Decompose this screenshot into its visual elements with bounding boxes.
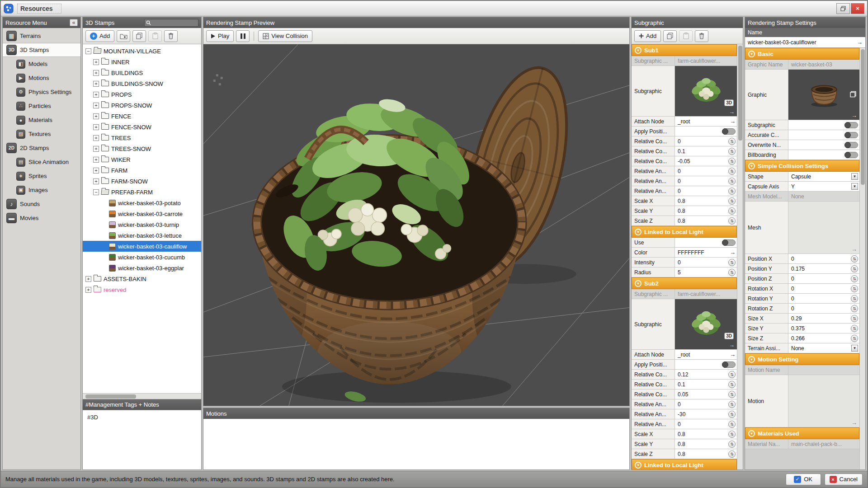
thumbnail-preview[interactable]: 3D→ xyxy=(675,66,737,116)
delete-subgraphic-button[interactable] xyxy=(695,30,708,42)
section-header[interactable]: ▾Materials Used xyxy=(745,427,859,439)
tree-item[interactable]: +FENCE-SNOW xyxy=(83,122,201,132)
copy-subgraphic-button[interactable] xyxy=(663,30,677,42)
section-header[interactable]: ▾Sub2 xyxy=(632,277,737,289)
property-value[interactable]: farm-cauliflower... xyxy=(675,56,737,66)
spinner-icon[interactable]: ⇅ xyxy=(728,421,736,428)
property-value[interactable] xyxy=(788,140,859,150)
tree-item[interactable]: +TREES-SNOW xyxy=(83,143,201,154)
section-header[interactable]: ▾Linked to Local Light xyxy=(632,459,737,469)
property-value[interactable]: 0⇅ xyxy=(675,399,737,409)
minus-expander-icon[interactable]: − xyxy=(85,48,91,54)
toggle-switch[interactable] xyxy=(844,142,858,148)
dropdown-arrow[interactable]: ▼ xyxy=(851,173,858,180)
property-value[interactable] xyxy=(788,130,859,140)
tree-item[interactable]: wicker-basket-03-turnip xyxy=(83,219,201,230)
tree-item[interactable]: +TREES xyxy=(83,132,201,143)
property-value[interactable]: 0.8⇅ xyxy=(675,216,737,225)
3d-viewport[interactable] xyxy=(203,44,629,406)
section-header[interactable]: ▾Simple Collision Settings xyxy=(745,160,859,172)
sidebar-item-materials[interactable]: ●Materials xyxy=(3,113,80,127)
edit-name-arrow-button[interactable]: → xyxy=(857,39,863,46)
stamp-name-field[interactable]: wicker-basket-03-cauliflower → xyxy=(745,37,865,48)
property-value[interactable]: 0⇅ xyxy=(788,294,859,303)
plus-expander-icon[interactable]: + xyxy=(93,157,99,163)
property-value[interactable]: 0.8⇅ xyxy=(675,196,737,206)
section-header[interactable]: ▾Linked to Local Light xyxy=(632,226,737,238)
property-value[interactable]: 0.05⇅ xyxy=(675,389,737,399)
sidebar-item-sprites[interactable]: ∗Sprites xyxy=(3,169,80,183)
property-value[interactable]: 0⇅ xyxy=(675,258,737,267)
sidebar-item-textures[interactable]: ▨Textures xyxy=(3,127,80,141)
tree-item[interactable]: +FENCE xyxy=(83,111,201,122)
toggle-switch[interactable] xyxy=(722,128,736,135)
spinner-icon[interactable]: ⇅ xyxy=(728,207,736,215)
property-value[interactable]: 0⇅ xyxy=(675,166,737,176)
spinner-icon[interactable]: ⇅ xyxy=(851,305,858,312)
spinner-icon[interactable]: ⇅ xyxy=(851,255,858,263)
add-stamp-button[interactable]: + Add xyxy=(85,30,114,42)
collapse-sidebar-button[interactable]: « xyxy=(70,19,78,26)
sidebar-item-physics-settings[interactable]: ⚙Physics Settings xyxy=(3,85,80,99)
property-value[interactable]: -30⇅ xyxy=(675,409,737,419)
property-value[interactable]: Y▼ xyxy=(788,182,859,191)
property-value[interactable] xyxy=(675,127,737,136)
tree-item[interactable]: wicker-basket-03-eggplar xyxy=(83,263,201,273)
arrow-button[interactable]: → xyxy=(730,118,736,125)
property-value[interactable]: 0.266⇅ xyxy=(788,333,859,343)
view-collision-button[interactable]: View Collision xyxy=(258,30,312,42)
property-value[interactable]: -0.05⇅ xyxy=(675,156,737,166)
plus-expander-icon[interactable]: + xyxy=(93,135,99,141)
motions-list[interactable] xyxy=(203,419,629,469)
tree-item[interactable]: +FARM xyxy=(83,165,201,176)
property-value[interactable]: None xyxy=(788,192,859,201)
sidebar-item-slice-animation[interactable]: ▤Slice Animation xyxy=(3,155,80,169)
tree-item[interactable]: +BUILDINGS-SNOW xyxy=(83,78,201,89)
dropdown-arrow[interactable]: ▼ xyxy=(851,183,858,190)
spinner-icon[interactable]: ⇅ xyxy=(851,335,858,342)
open-arrow-button[interactable]: → xyxy=(851,419,857,426)
ok-button[interactable]: ✓ OK xyxy=(786,474,821,485)
search-box[interactable] xyxy=(144,19,198,27)
spinner-icon[interactable]: ⇅ xyxy=(728,178,736,185)
property-value[interactable]: 5⇅ xyxy=(675,267,737,277)
section-header[interactable]: ▾Basic xyxy=(745,48,859,60)
tree-item[interactable]: +BUILDINGS xyxy=(83,67,201,78)
property-value[interactable]: wicker-basket-03 xyxy=(788,60,859,69)
tree-item[interactable]: +INNER xyxy=(83,56,201,67)
property-value[interactable]: 0.12⇅ xyxy=(675,370,737,379)
property-value[interactable]: 0.1⇅ xyxy=(675,146,737,156)
property-value[interactable] xyxy=(788,120,859,130)
close-window-button[interactable]: × xyxy=(851,3,864,14)
play-button[interactable]: Play xyxy=(206,30,234,42)
property-value[interactable]: 0.8⇅ xyxy=(675,449,737,459)
property-value[interactable]: 0⇅ xyxy=(675,136,737,146)
property-value[interactable]: farm-cauliflower... xyxy=(675,289,737,299)
plus-expander-icon[interactable]: + xyxy=(93,146,99,152)
open-arrow-button[interactable]: → xyxy=(729,342,735,348)
plus-expander-icon[interactable]: + xyxy=(93,103,99,108)
scrollbar-thumb[interactable] xyxy=(738,46,742,141)
property-value[interactable]: Capsule▼ xyxy=(788,172,859,181)
spinner-icon[interactable]: ⇅ xyxy=(851,295,858,302)
section-header[interactable]: ▾Sub1 xyxy=(632,44,737,56)
tree-item[interactable]: wicker-basket-03-cauliflow xyxy=(83,241,201,252)
tree-item[interactable]: +WIKER xyxy=(83,154,201,165)
pause-button[interactable] xyxy=(236,30,250,42)
plus-expander-icon[interactable]: + xyxy=(85,276,91,282)
tree-item[interactable]: +PROPS-SNOW xyxy=(83,100,201,111)
tree-item[interactable]: +FARM-SNOW xyxy=(83,176,201,187)
tree-item[interactable]: +ASSETS-BAKIN xyxy=(83,273,201,284)
paste-button[interactable] xyxy=(148,30,162,42)
paste-subgraphic-button[interactable] xyxy=(679,30,693,42)
spinner-icon[interactable]: ⇅ xyxy=(851,325,858,332)
spinner-icon[interactable]: ⇅ xyxy=(728,138,736,145)
spinner-icon[interactable]: ⇅ xyxy=(728,381,736,388)
plus-expander-icon[interactable]: + xyxy=(93,59,99,65)
tree-item[interactable]: −MOUNTAIN-VILLAGE xyxy=(83,46,201,56)
plus-expander-icon[interactable]: + xyxy=(93,81,99,87)
property-value[interactable]: 0⇅ xyxy=(675,176,737,186)
spinner-icon[interactable]: ⇅ xyxy=(728,197,736,205)
property-value[interactable]: None▼ xyxy=(788,343,859,353)
spinner-icon[interactable]: ⇅ xyxy=(728,371,736,378)
